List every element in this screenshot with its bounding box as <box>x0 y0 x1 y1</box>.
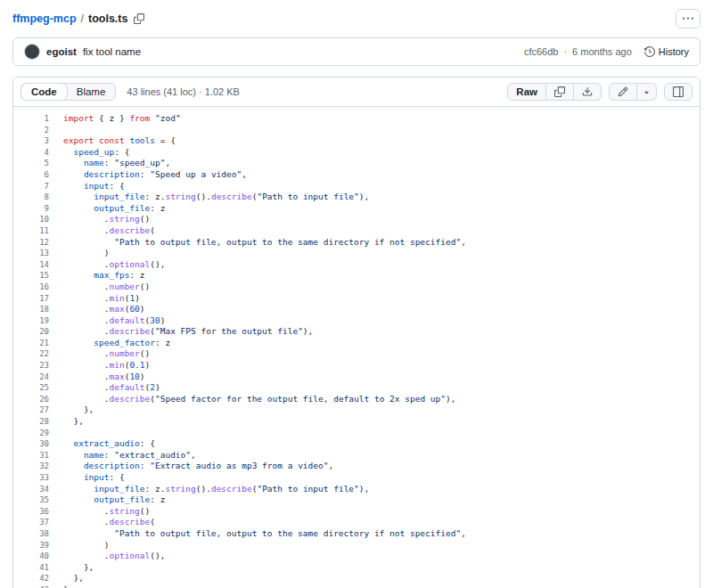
code-line: 24 .max(10) <box>13 372 700 383</box>
line-content: }, <box>63 416 700 428</box>
line-number[interactable]: 18 <box>13 304 63 315</box>
panel-icon <box>673 86 684 97</box>
line-number[interactable]: 30 <box>13 438 63 450</box>
code-line: 43} <box>13 584 700 588</box>
edit-button-group <box>609 83 657 101</box>
line-number[interactable]: 42 <box>13 573 63 584</box>
line-number[interactable]: 41 <box>13 562 63 574</box>
tab-code[interactable]: Code <box>21 84 67 100</box>
line-number[interactable]: 43 <box>13 584 63 588</box>
code-line: 10 .string() <box>13 214 700 225</box>
line-content: .optional(), <box>63 259 700 271</box>
line-number[interactable]: 28 <box>13 416 63 428</box>
code-line: 5 name: "speed_up", <box>13 158 700 169</box>
line-content: output_file: z <box>63 494 700 506</box>
tab-blame[interactable]: Blame <box>67 84 116 100</box>
history-button[interactable]: History <box>644 46 689 57</box>
line-content <box>63 428 700 439</box>
line-content: .max(10) <box>63 372 700 383</box>
avatar[interactable] <box>24 44 40 60</box>
code-line: 23 .min(0.1) <box>13 360 700 372</box>
line-number[interactable]: 27 <box>13 404 63 416</box>
pencil-icon <box>618 86 628 97</box>
line-number[interactable]: 3 <box>13 135 63 147</box>
line-number[interactable]: 33 <box>13 472 63 484</box>
code-line: 17 .min(1) <box>13 293 700 305</box>
code-line: 14 .optional(), <box>13 259 700 271</box>
raw-button[interactable]: Raw <box>507 83 546 101</box>
code-line: 12 "Path to output file, output to the s… <box>13 237 700 249</box>
line-number[interactable]: 40 <box>13 551 63 562</box>
commit-message-link[interactable]: fix tool name <box>83 46 141 57</box>
line-number[interactable]: 23 <box>13 360 63 372</box>
history-clock-icon <box>644 46 655 57</box>
code-line: 20 .describe("Max FPS for the output fil… <box>13 326 700 338</box>
line-number[interactable]: 22 <box>13 348 63 360</box>
line-number[interactable]: 37 <box>13 517 63 528</box>
line-content: .describe("Max FPS for the output file")… <box>63 326 700 338</box>
code-line: 41 }, <box>13 562 700 574</box>
line-content: }, <box>63 573 700 584</box>
line-number[interactable]: 29 <box>13 428 63 439</box>
line-number[interactable]: 25 <box>13 382 63 394</box>
line-number[interactable]: 5 <box>13 158 63 169</box>
line-number[interactable]: 31 <box>13 450 63 461</box>
line-number[interactable]: 35 <box>13 494 63 506</box>
code-line: 28 }, <box>13 416 700 428</box>
line-content: }, <box>63 404 700 416</box>
line-number[interactable]: 20 <box>13 326 63 338</box>
code-line: 21 speed_factor: z <box>13 338 700 349</box>
line-number[interactable]: 15 <box>13 270 63 282</box>
line-content: input: { <box>63 181 700 192</box>
latest-commit-bar: egoist fix tool name cfc66db · 6 months … <box>12 37 701 66</box>
copy-path-button[interactable] <box>132 12 146 26</box>
line-number[interactable]: 1 <box>13 113 63 125</box>
code-line: 22 .number() <box>13 348 700 360</box>
line-number[interactable]: 7 <box>13 181 63 192</box>
line-number[interactable]: 24 <box>13 372 63 383</box>
line-number[interactable]: 8 <box>13 192 63 203</box>
download-raw-button[interactable] <box>574 83 602 101</box>
line-number[interactable]: 34 <box>13 484 63 495</box>
code-line: 15 max_fps: z <box>13 270 700 282</box>
line-content: input: { <box>63 472 700 484</box>
line-number[interactable]: 11 <box>13 225 63 237</box>
line-number[interactable]: 10 <box>13 214 63 225</box>
line-number[interactable]: 2 <box>13 125 63 136</box>
code-lines: 1import { z } from "zod"2 3export const … <box>13 113 700 588</box>
line-number[interactable]: 36 <box>13 506 63 518</box>
edit-file-button[interactable] <box>609 83 637 101</box>
line-number[interactable]: 14 <box>13 259 63 271</box>
line-content: .number() <box>63 348 700 360</box>
line-content: .string() <box>63 214 700 225</box>
commit-time-link[interactable]: 6 months ago <box>572 46 632 57</box>
line-content: ) <box>63 248 700 259</box>
line-number[interactable]: 9 <box>13 203 63 215</box>
line-number[interactable]: 13 <box>13 248 63 259</box>
line-number[interactable]: 32 <box>13 461 63 472</box>
commit-sha-link[interactable]: cfc66db <box>524 46 559 57</box>
line-number[interactable]: 38 <box>13 528 63 540</box>
line-number[interactable]: 4 <box>13 147 63 159</box>
copy-icon <box>134 13 144 24</box>
copy-raw-button[interactable] <box>546 83 574 101</box>
line-number[interactable]: 39 <box>13 540 63 551</box>
page-overflow-button[interactable] <box>676 9 701 29</box>
breadcrumb-repo-link[interactable]: ffmpeg-mcp <box>12 12 77 25</box>
line-content: .optional(), <box>63 551 700 562</box>
line-number[interactable]: 12 <box>13 237 63 249</box>
line-number[interactable]: 17 <box>13 293 63 305</box>
line-number[interactable]: 21 <box>13 338 63 349</box>
download-icon <box>582 86 593 97</box>
edit-dropdown-button[interactable] <box>637 83 657 101</box>
symbols-panel-button[interactable] <box>664 83 693 101</box>
file-header: Code Blame 43 lines (41 loc) · 1.02 KB R… <box>13 78 700 107</box>
commit-author-link[interactable]: egoist <box>46 46 77 57</box>
line-content: .describe( <box>63 225 700 237</box>
line-number[interactable]: 6 <box>13 169 63 181</box>
line-number[interactable]: 16 <box>13 282 63 293</box>
line-content: .default(30) <box>63 315 700 327</box>
line-number[interactable]: 19 <box>13 315 63 327</box>
commit-meta: cfc66db · 6 months ago History <box>524 46 689 57</box>
line-number[interactable]: 26 <box>13 394 63 405</box>
